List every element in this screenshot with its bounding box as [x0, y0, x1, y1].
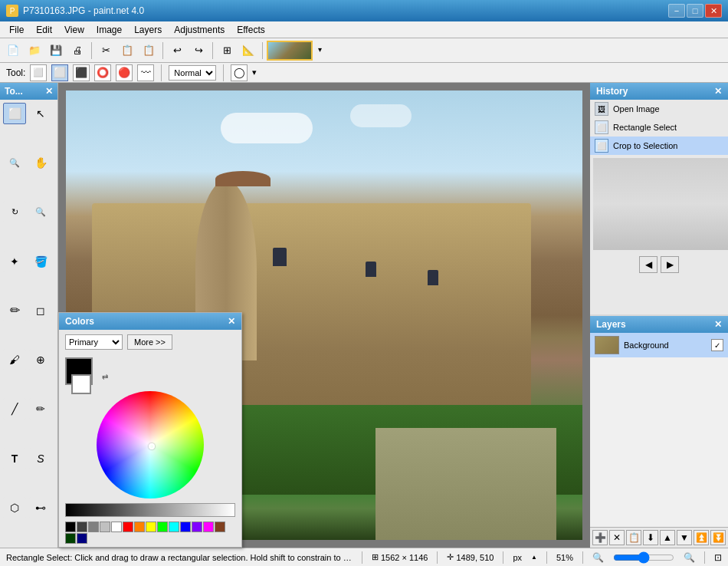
swatch-silver[interactable] — [100, 522, 110, 532]
layers-add-button[interactable]: ➕ — [592, 530, 608, 545]
color-wheel[interactable] — [97, 391, 204, 499]
menu-adjustments[interactable]: Adjustments — [168, 23, 231, 37]
image-thumbnail[interactable]: ▾ — [267, 41, 313, 61]
blend-mode-select[interactable]: Normal — [169, 65, 216, 81]
swatch-navy[interactable] — [77, 533, 87, 544]
zoom-in-status[interactable]: 🔍 — [684, 552, 695, 563]
zoom-out-status[interactable]: 🔍 — [592, 552, 604, 563]
new-button[interactable]: 📄 — [3, 41, 23, 60]
tool-extra[interactable]: ⊷ — [29, 497, 52, 518]
close-button[interactable]: ✕ — [705, 4, 722, 18]
ellipse-select-btn[interactable]: ⭕ — [94, 64, 111, 81]
lasso-btn[interactable]: 🔴 — [116, 64, 133, 81]
history-close[interactable]: ✕ — [714, 86, 722, 97]
color-palette — [59, 518, 241, 547]
color-mode-select[interactable]: Primary Secondary — [65, 334, 123, 350]
toolbar: 📄 📁 💾 🖨 ✂ 📋 📋 ↩ ↪ ⊞ 📐 ▾ — [0, 38, 728, 63]
swatch-orange[interactable] — [134, 522, 145, 532]
layers-bottom-button[interactable]: ⏬ — [710, 530, 726, 545]
history-rect-select[interactable]: ⬜ Rectangle Select — [590, 118, 728, 137]
rect-select-btn[interactable]: ⬜ — [51, 64, 68, 81]
swatch-blue[interactable] — [180, 522, 191, 532]
swatch-white[interactable] — [111, 522, 122, 532]
color-gradient-bar[interactable] — [65, 503, 235, 517]
print-button[interactable]: 🖨 — [67, 41, 87, 60]
swatch-purple[interactable] — [192, 522, 202, 532]
secondary-color-swatch[interactable] — [71, 374, 91, 394]
colors-more-button[interactable]: More >> — [127, 334, 172, 350]
selection-dropdown[interactable]: ▾ — [252, 67, 257, 77]
dimensions-text: 1562 × 1146 — [381, 553, 428, 562]
tool-line[interactable]: ╱ — [3, 398, 26, 420]
tool-panel-close[interactable]: ✕ — [45, 86, 53, 97]
tool-brush[interactable]: 🖌 — [3, 349, 26, 370]
tool-bezier[interactable]: S — [29, 448, 52, 469]
layer-background[interactable]: Background ✓ — [590, 333, 728, 357]
menu-edit[interactable]: Edit — [30, 23, 58, 37]
menu-image[interactable]: Image — [90, 23, 128, 37]
tool-zoom-out[interactable]: 🔍 — [29, 201, 52, 222]
fixed-size-btn[interactable]: ⬛ — [73, 64, 90, 81]
open-button[interactable]: 📁 — [25, 41, 44, 60]
fit-window-button[interactable]: ⊡ — [714, 552, 722, 563]
colors-close[interactable]: ✕ — [228, 316, 235, 327]
redo-button[interactable]: ↪ — [189, 41, 208, 60]
zoom-slider[interactable] — [613, 554, 674, 561]
tool-panel: To... ✕ ⬜ ↖ 🔍 ✋ ↻ 🔍 ✦ 🪣 ✏ ◻ 🖌 ⊕ ╱ ✏ T S … — [0, 83, 58, 548]
history-back-button[interactable]: ◀ — [639, 256, 657, 273]
layers-top-button[interactable]: ⏫ — [694, 530, 709, 545]
tool-zoom-in[interactable]: 🔍 — [3, 152, 26, 173]
swatch-dark-gray[interactable] — [77, 522, 87, 532]
copy-button[interactable]: 📋 — [117, 41, 137, 60]
menu-layers[interactable]: Layers — [128, 23, 168, 37]
cut-button[interactable]: ✂ — [96, 41, 116, 60]
tool-eraser[interactable]: ◻ — [29, 300, 52, 321]
tool-paint-bucket[interactable]: 🪣 — [29, 251, 52, 272]
layers-up-button[interactable]: ▲ — [660, 530, 675, 545]
minimize-button[interactable]: − — [668, 4, 685, 18]
swatch-dark-green[interactable] — [65, 533, 76, 544]
window-2 — [366, 262, 376, 277]
swatch-brown[interactable] — [215, 522, 225, 532]
history-open-image[interactable]: 🖼 Open Image — [590, 100, 728, 118]
tool-clone-stamp[interactable]: ⊕ — [29, 349, 52, 370]
paste-button[interactable]: 📋 — [139, 41, 159, 60]
grid-button[interactable]: ⊞ — [217, 41, 237, 60]
layers-duplicate-button[interactable]: 📋 — [626, 530, 641, 545]
thumbnail-dropdown[interactable]: ▾ — [318, 45, 322, 54]
unit-up-button[interactable]: ▲ — [531, 554, 537, 561]
freeform-btn[interactable]: 〰 — [137, 64, 154, 81]
tool-recolor[interactable]: ✏ — [29, 398, 52, 420]
tool-pan[interactable]: ✋ — [29, 152, 52, 173]
swatch-black[interactable] — [65, 522, 76, 532]
maximize-button[interactable]: □ — [687, 4, 703, 18]
tool-pencil[interactable]: ✏ — [3, 300, 26, 321]
layers-down-button[interactable]: ▼ — [677, 530, 692, 545]
tool-move-selection[interactable]: ↖ — [29, 103, 52, 124]
menu-view[interactable]: View — [58, 23, 90, 37]
swatch-green[interactable] — [157, 522, 168, 532]
layers-delete-button[interactable]: ✕ — [609, 530, 625, 545]
layers-close[interactable]: ✕ — [714, 319, 722, 330]
tool-magic-wand[interactable]: ✦ — [3, 251, 26, 272]
menu-file[interactable]: File — [3, 23, 30, 37]
tool-text[interactable]: T — [3, 448, 26, 469]
tool-rectangle-select[interactable]: ⬜ — [3, 103, 26, 124]
tool-shapes[interactable]: ⬡ — [3, 497, 26, 518]
tool-rotate[interactable]: ↻ — [3, 201, 26, 222]
history-forward-button[interactable]: ▶ — [661, 256, 679, 273]
undo-button[interactable]: ↩ — [167, 41, 187, 60]
save-button[interactable]: 💾 — [46, 41, 66, 60]
history-crop[interactable]: ⬜ Crop to Selection — [590, 137, 728, 155]
swatch-red[interactable] — [123, 522, 133, 532]
selection-circle-btn[interactable]: ◯ — [231, 64, 248, 81]
layer-visibility-check[interactable]: ✓ — [711, 339, 723, 351]
ruler-button[interactable]: 📐 — [238, 41, 258, 60]
swatch-gray[interactable] — [88, 522, 99, 532]
swatch-yellow[interactable] — [146, 522, 156, 532]
swatch-cyan[interactable] — [169, 522, 179, 532]
layers-merge-button[interactable]: ⬇ — [643, 530, 658, 545]
swatch-magenta[interactable] — [203, 522, 214, 532]
swap-colors-button[interactable]: ⇄ — [102, 373, 114, 385]
menu-effects[interactable]: Effects — [231, 23, 271, 37]
